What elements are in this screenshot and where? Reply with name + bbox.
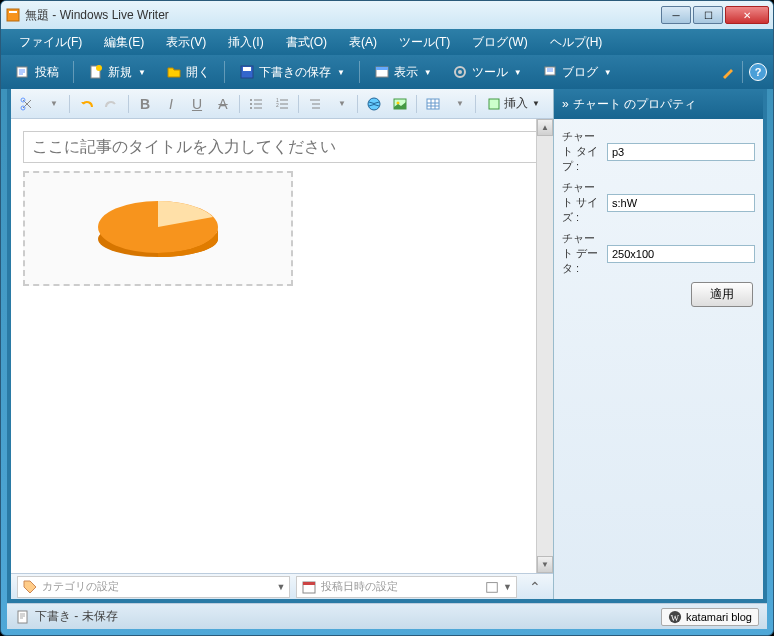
editor-footer: カテゴリの設定 ▼ 投稿日時の設定 ▼ ⌃ (11, 573, 553, 599)
menu-blog[interactable]: ブログ(W) (462, 31, 537, 54)
separator (224, 61, 225, 83)
draft-status: 下書き - 未保存 (15, 608, 118, 625)
chart-type-label: チャート タイプ : (562, 129, 603, 174)
italic-button[interactable]: I (159, 93, 183, 115)
chart-object[interactable] (23, 171, 293, 286)
menu-help[interactable]: ヘルプ(H) (540, 31, 613, 54)
app-window: 無題 - Windows Live Writer ─ ☐ ✕ ファイル(F) 編… (0, 0, 774, 636)
image-icon (392, 96, 408, 112)
quote-button[interactable] (303, 93, 327, 115)
scissors-icon (19, 96, 35, 112)
maximize-button[interactable]: ☐ (693, 6, 723, 24)
menu-file[interactable]: ファイル(F) (9, 31, 92, 54)
svg-point-16 (250, 107, 252, 109)
chevron-down-icon: ▼ (532, 99, 540, 108)
new-icon (88, 64, 104, 80)
separator (359, 61, 360, 83)
category-field[interactable]: カテゴリの設定 ▼ (17, 576, 290, 598)
menu-tools[interactable]: ツール(T) (389, 31, 460, 54)
open-button[interactable]: 開く (158, 60, 218, 85)
date-picker-icon[interactable] (485, 580, 499, 594)
view-icon (374, 64, 390, 80)
window-controls: ─ ☐ ✕ (661, 6, 769, 24)
number-list-button[interactable]: 12 (270, 93, 294, 115)
menu-format[interactable]: 書式(O) (276, 31, 337, 54)
post-button[interactable]: 投稿 (7, 60, 67, 85)
statusbar: 下書き - 未保存 W katamari blog (7, 603, 767, 629)
table-icon (425, 96, 441, 112)
bullet-list-button[interactable] (244, 93, 268, 115)
blog-badge[interactable]: W katamari blog (661, 608, 759, 626)
chart-size-row: チャート サイズ : (562, 180, 755, 225)
image-button[interactable] (388, 93, 412, 115)
bold-button[interactable]: B (133, 93, 157, 115)
properties-header: » チャート のプロパティ (554, 89, 763, 119)
post-title-input[interactable] (23, 131, 541, 163)
separator (416, 95, 417, 113)
wordpress-icon: W (668, 610, 682, 624)
svg-rect-23 (489, 99, 499, 109)
table-button[interactable] (421, 93, 445, 115)
svg-rect-6 (243, 67, 251, 71)
dropdown-button[interactable]: ▼ (329, 93, 353, 115)
quote-icon (307, 96, 323, 112)
new-button[interactable]: 新規▼ (80, 60, 154, 85)
chart-size-label: チャート サイズ : (562, 180, 603, 225)
chevron-down-icon: ▼ (50, 99, 58, 108)
separator (298, 95, 299, 113)
cut-button[interactable] (15, 93, 39, 115)
tools-button[interactable]: ツール▼ (444, 60, 530, 85)
expand-button[interactable]: ⌃ (523, 576, 547, 598)
scroll-up-icon[interactable]: ▲ (537, 119, 553, 136)
dropdown-button[interactable]: ▼ (447, 93, 471, 115)
app-icon (5, 7, 21, 23)
window-title: 無題 - Windows Live Writer (25, 7, 661, 24)
apply-button[interactable]: 適用 (691, 282, 753, 307)
content-area: ▼ B I U A 12 ▼ ▼ (7, 89, 767, 603)
chevron-right-icon: » (562, 97, 569, 111)
pie-chart-icon (33, 179, 283, 279)
redo-button[interactable] (100, 93, 124, 115)
help-button[interactable]: ? (749, 63, 767, 81)
menu-insert[interactable]: 挿入(I) (218, 31, 273, 54)
chevron-down-icon: ▼ (138, 68, 146, 77)
format-toolbar: ▼ B I U A 12 ▼ ▼ (11, 89, 553, 119)
titlebar: 無題 - Windows Live Writer ─ ☐ ✕ (1, 1, 773, 29)
scroll-down-icon[interactable]: ▼ (537, 556, 553, 573)
menu-view[interactable]: 表示(V) (156, 31, 216, 54)
menu-table[interactable]: 表(A) (339, 31, 387, 54)
svg-rect-8 (376, 67, 388, 70)
chevron-down-icon: ▼ (456, 99, 464, 108)
brush-icon[interactable] (720, 64, 736, 80)
svg-point-4 (96, 65, 102, 71)
postdate-field[interactable]: 投稿日時の設定 ▼ (296, 576, 517, 598)
underline-button[interactable]: U (185, 93, 209, 115)
strike-button[interactable]: A (211, 93, 235, 115)
svg-point-10 (458, 70, 462, 74)
separator (239, 95, 240, 113)
editor-body[interactable]: ▲ ▼ (11, 119, 553, 573)
chart-size-input[interactable] (607, 194, 755, 212)
svg-rect-27 (303, 582, 315, 585)
separator (357, 95, 358, 113)
link-button[interactable] (362, 93, 386, 115)
view-button[interactable]: 表示▼ (366, 60, 440, 85)
separator (69, 95, 70, 113)
undo-button[interactable] (74, 93, 98, 115)
separator (73, 61, 74, 83)
svg-rect-29 (18, 611, 27, 623)
svg-text:2: 2 (276, 102, 279, 108)
chart-type-input[interactable] (607, 143, 755, 161)
dropdown-button[interactable]: ▼ (41, 93, 65, 115)
insert-button[interactable]: 挿入▼ (480, 93, 546, 114)
number-list-icon: 12 (274, 96, 290, 112)
chevron-down-icon: ▼ (604, 68, 612, 77)
close-button[interactable]: ✕ (725, 6, 769, 24)
vertical-scrollbar[interactable]: ▲ ▼ (536, 119, 553, 573)
chart-data-input[interactable] (607, 245, 755, 263)
minimize-button[interactable]: ─ (661, 6, 691, 24)
redo-icon (104, 96, 120, 112)
menu-edit[interactable]: 編集(E) (94, 31, 154, 54)
save-draft-button[interactable]: 下書きの保存▼ (231, 60, 353, 85)
blog-button[interactable]: ブログ▼ (534, 60, 620, 85)
